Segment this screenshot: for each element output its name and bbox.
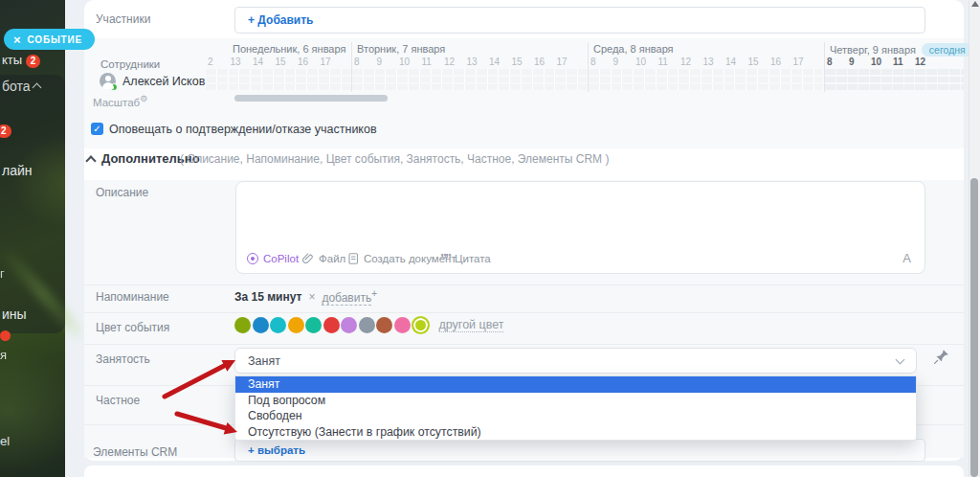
employees-label: Сотрудники xyxy=(100,58,160,70)
sidebar-item-fragment-3[interactable]: el xyxy=(0,434,10,448)
crm-elements-label: Элементы CRM xyxy=(93,445,177,459)
app-sidebar: кты 2 бота 2 лайн г ины я el xyxy=(0,0,65,477)
scale-label: Масштаб⚙ xyxy=(93,94,147,108)
scale-slider[interactable] xyxy=(234,95,388,102)
sidebar-item-work[interactable]: бота xyxy=(2,79,40,94)
copilot-button[interactable]: CoPilot xyxy=(247,253,299,264)
color-swatch[interactable] xyxy=(323,317,340,333)
chevron-up-icon xyxy=(33,82,42,92)
online-status-dot xyxy=(110,83,118,91)
private-label: Частное xyxy=(96,394,140,407)
employee-chip[interactable]: Алексей Исков xyxy=(100,73,224,90)
notification-dot xyxy=(0,330,11,341)
avatar xyxy=(100,73,116,89)
reminder-label: Напоминание xyxy=(96,290,169,304)
dropdown-option-busy[interactable]: Занят xyxy=(235,376,916,393)
color-swatch[interactable] xyxy=(359,317,375,333)
scheduler-day-tuesday: Вторник, 7 января 891011121314151617 xyxy=(351,42,587,92)
other-color-button[interactable]: другой цвет xyxy=(439,318,504,332)
plus-icon: + xyxy=(248,13,255,27)
notify-checkbox[interactable]: ✓ xyxy=(91,123,103,135)
sidebar-item-contacts[interactable]: кты 2 xyxy=(2,53,40,68)
color-swatch[interactable] xyxy=(376,317,392,333)
busy-select-value: Занят xyxy=(248,354,280,368)
copilot-icon xyxy=(247,253,258,264)
sidebar-counter: 2 xyxy=(0,121,11,138)
additional-summary: ( Описание, Напоминание, Цвет события, З… xyxy=(180,152,609,166)
slider-close-button[interactable]: × событие xyxy=(4,29,95,50)
scrollbar-up-arrow[interactable] xyxy=(971,1,979,7)
plus-icon: + xyxy=(248,444,255,456)
sidebar-item-fragment-2[interactable]: я xyxy=(0,348,7,362)
remove-reminder-icon[interactable]: × xyxy=(308,290,315,304)
sidebar-item-online[interactable]: лайн xyxy=(2,163,33,178)
scheduler-day-thursday: Четверг, 9 январясегодня 89101112 xyxy=(824,42,964,92)
add-reminder-button[interactable]: добавить+ xyxy=(322,288,377,305)
hour-ticks: 21314151617 xyxy=(208,57,343,67)
gear-icon: ⚙ xyxy=(140,94,147,103)
scheduler-day-wednesday: Среда, 8 января 891011121314151617 xyxy=(588,42,822,92)
hour-ticks: 891011121314151617 xyxy=(590,57,815,67)
crm-choose-button[interactable]: + выбрать xyxy=(234,439,925,462)
check-icon: ✓ xyxy=(93,124,100,134)
pin-icon[interactable] xyxy=(933,348,950,365)
add-participant-button[interactable]: + Добавить xyxy=(234,7,925,34)
text-format-button[interactable]: A xyxy=(902,251,911,265)
scheduler-day-monday: Понедельник, 6 января 21314151617 xyxy=(206,42,351,92)
counter-badge: 2 xyxy=(26,55,41,68)
color-swatch[interactable] xyxy=(253,317,269,333)
color-swatch[interactable] xyxy=(305,317,322,333)
close-icon: × xyxy=(13,34,21,46)
participants-label: Участники xyxy=(96,12,150,26)
color-swatch[interactable] xyxy=(270,317,286,333)
sidebar-item-fragment-1[interactable]: г xyxy=(0,266,5,281)
description-editor[interactable]: CoPilot Файл Создать документ ””Цитата A xyxy=(235,181,925,274)
sidebar-item-magazines[interactable]: ины xyxy=(2,307,27,322)
plus-icon: + xyxy=(371,288,377,299)
color-swatch[interactable] xyxy=(394,317,411,333)
busy-dropdown: Занят Под вопросом Свободен Отсутствую (… xyxy=(234,375,917,441)
color-swatch[interactable] xyxy=(341,317,357,333)
color-swatch[interactable] xyxy=(288,317,304,333)
notify-label: Оповещать о подтверждении/отказе участни… xyxy=(109,123,377,136)
event-slider: кты 2 бота 2 лайн г ины я el × событие У… xyxy=(0,0,980,477)
hour-ticks: 891011121314151617 xyxy=(354,57,579,67)
reminder-row: За 15 минут × добавить+ xyxy=(234,288,377,305)
hour-ticks: 89101112 xyxy=(827,57,937,67)
document-icon xyxy=(348,253,359,264)
attach-file-button[interactable]: Файл xyxy=(302,253,345,264)
reminder-value[interactable]: За 15 минут xyxy=(234,290,301,304)
quote-icon: ”” xyxy=(440,254,450,263)
dropdown-option-tentative[interactable]: Под вопросом xyxy=(235,393,916,409)
color-swatch-selected[interactable] xyxy=(412,316,430,334)
slider-footer xyxy=(84,466,964,477)
dropdown-option-free[interactable]: Свободен xyxy=(235,408,916,424)
dropdown-option-absent[interactable]: Отсутствую (Занести в график отсутствий) xyxy=(235,424,916,441)
event-color-label: Цвет события xyxy=(96,321,169,334)
slider-title: событие xyxy=(28,34,82,45)
paperclip-icon xyxy=(302,253,314,264)
color-palette: другой цвет xyxy=(234,316,503,334)
today-badge: сегодня xyxy=(922,43,973,57)
employee-name: Алексей Исков xyxy=(122,75,205,88)
color-swatch[interactable] xyxy=(234,317,251,333)
quote-button[interactable]: ””Цитата xyxy=(440,253,491,264)
scrollbar-thumb[interactable] xyxy=(970,178,978,477)
menu-shade xyxy=(0,75,65,333)
chevron-down-icon xyxy=(896,355,905,365)
busy-label: Занятость xyxy=(96,352,150,366)
busy-select[interactable]: Занят xyxy=(234,348,917,374)
description-label: Описание xyxy=(96,186,148,199)
